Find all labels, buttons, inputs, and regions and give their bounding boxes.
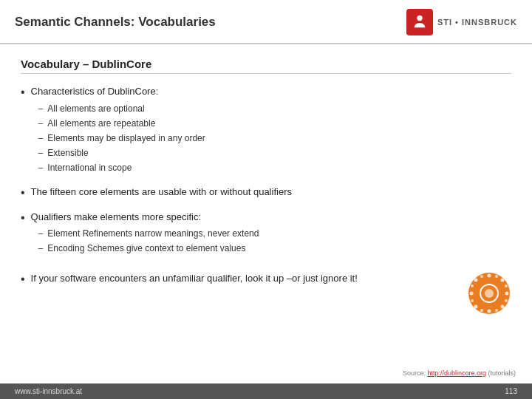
svg-point-18 — [480, 309, 483, 312]
dash-4: – — [38, 146, 44, 160]
bullet-1-sublist: – All elements are optional – All elemen… — [38, 102, 511, 174]
svg-point-16 — [471, 284, 474, 287]
section-title: Vocabulary – DublinCore — [21, 58, 511, 74]
svg-point-0 — [417, 16, 422, 21]
sub-item-1: – All elements are optional — [38, 102, 511, 115]
sub-item-q1: – Element Refinements narrow meanings, n… — [38, 227, 511, 240]
sub-text-q1: Element Refinements narrow meanings, nev… — [47, 227, 259, 240]
sti-icon — [412, 14, 428, 30]
svg-point-5 — [488, 310, 491, 313]
source-prefix: Source: — [403, 369, 428, 377]
page-title: Semantic Channels: Vocabularies — [15, 15, 216, 30]
bullet-3-sublist: – Element Refinements narrow meanings, n… — [38, 227, 511, 255]
bullet-2-label: The fifteen core elements are usable wit… — [31, 186, 292, 197]
bullet-4-content: If your software encounters an unfamilia… — [31, 271, 460, 286]
logo-icon — [406, 9, 433, 35]
sunburst-icon — [467, 271, 511, 316]
svg-point-4 — [488, 274, 491, 278]
svg-point-11 — [474, 305, 478, 309]
main-content: Vocabulary – DublinCore • Characteristic… — [0, 44, 532, 325]
logo-text: STI • INNSBRUCK — [437, 17, 517, 27]
sub-item-5: – International in scope — [38, 161, 511, 174]
svg-point-12 — [480, 275, 483, 278]
sub-text-q2: Encoding Schemes give context to element… — [47, 242, 245, 255]
sub-item-2: – All elements are repeatable — [38, 117, 511, 130]
sub-item-q2: – Encoding Schemes give context to eleme… — [38, 242, 511, 255]
footer: www.sti-innsbruck.at 113 — [0, 383, 532, 399]
svg-point-6 — [470, 292, 474, 296]
svg-point-14 — [505, 284, 508, 287]
dash-2: – — [38, 117, 44, 130]
sub-text-3: Elements may be displayed in any order — [47, 132, 205, 145]
bullet-3-label: Qualifiers make elements more specific: — [31, 211, 201, 222]
bullet-dot-3: • — [21, 210, 25, 226]
sub-text-2: All elements are repeatable — [47, 117, 155, 130]
svg-point-10 — [501, 279, 505, 282]
logo-area: STI • INNSBRUCK — [406, 9, 517, 35]
dash-q1: – — [38, 227, 44, 240]
svg-point-15 — [505, 299, 508, 302]
svg-point-8 — [474, 279, 478, 282]
footer-url: www.sti-innsbruck.at — [15, 387, 82, 395]
svg-point-7 — [505, 292, 509, 296]
source-suffix: (tutorials) — [486, 369, 516, 377]
bullet-1-content: Characteristics of DublinCore: – All ele… — [31, 84, 511, 176]
bullet-dot-1: • — [21, 84, 25, 100]
sub-text-1: All elements are optional — [47, 102, 144, 115]
bullet-dot-4: • — [21, 271, 25, 287]
orange-badge — [467, 271, 511, 318]
header: Semantic Channels: Vocabularies STI • IN… — [0, 0, 532, 44]
bullet-1-label: Characteristics of DublinCore: — [31, 86, 159, 97]
footer-page: 113 — [505, 387, 517, 395]
bullet-1: • Characteristics of DublinCore: – All e… — [21, 84, 511, 176]
svg-point-3 — [485, 289, 494, 298]
bullet-2-content: The fifteen core elements are usable wit… — [31, 185, 511, 200]
bullet-3: • Qualifiers make elements more specific… — [21, 210, 511, 257]
dash-5: – — [38, 161, 44, 174]
bullet-4-label: If your software encounters an unfamilia… — [31, 273, 358, 284]
dash-q2: – — [38, 242, 44, 255]
dash-3: – — [38, 132, 44, 145]
sub-item-3: – Elements may be displayed in any order — [38, 132, 511, 145]
sub-text-5: International in scope — [47, 161, 132, 174]
svg-point-19 — [495, 309, 498, 312]
sub-item-4: – Extensible — [38, 146, 511, 160]
bullet-2: • The fifteen core elements are usable w… — [21, 185, 511, 201]
dash-1: – — [38, 102, 44, 115]
bullet-3-row: • Qualifiers make elements more specific… — [21, 210, 511, 266]
bullet-dot-2: • — [21, 185, 25, 201]
svg-point-17 — [471, 299, 474, 302]
sub-text-4: Extensible — [47, 146, 88, 160]
bullet-3-content: Qualifiers make elements more specific: … — [31, 210, 511, 257]
source-link[interactable]: http://dublincore.org — [427, 369, 486, 377]
svg-point-9 — [501, 305, 505, 309]
svg-point-13 — [495, 275, 498, 278]
source-line: Source: http://dublincore.org (tutorials… — [0, 369, 532, 377]
bullet-4: • If your software encounters an unfamil… — [21, 271, 460, 287]
